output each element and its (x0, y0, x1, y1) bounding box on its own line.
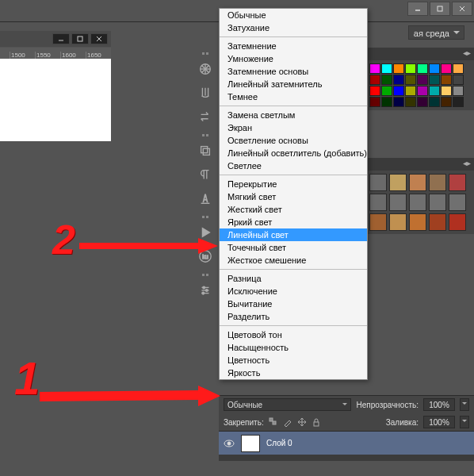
swatch[interactable] (381, 63, 392, 74)
blend-mode-dropdown[interactable]: Обычные (224, 398, 351, 411)
lock-all-icon[interactable] (312, 417, 321, 427)
swatch[interactable] (417, 63, 428, 74)
swatch[interactable] (441, 97, 452, 107)
layer-thumbnail[interactable] (241, 435, 260, 452)
blend-mode-item[interactable]: Светлее (220, 159, 367, 172)
swap-icon[interactable] (194, 106, 216, 128)
doc-close-button[interactable] (90, 33, 108, 44)
panel-tabstrip[interactable]: ◂▸ (366, 48, 474, 60)
swatch[interactable] (453, 63, 464, 74)
panel-collapse-icon[interactable]: ◂▸ (460, 158, 474, 168)
document-titlebar[interactable] (0, 31, 111, 47)
minimize-button[interactable] (407, 2, 428, 16)
style-swatch[interactable] (389, 194, 407, 211)
lock-transparent-icon[interactable] (269, 417, 278, 427)
doc-minimize-button[interactable] (52, 33, 70, 44)
swatch[interactable] (429, 86, 440, 96)
brushes-icon[interactable] (194, 82, 216, 104)
blend-mode-item[interactable]: Затухание (220, 21, 367, 34)
blend-mode-item[interactable]: Исключение (220, 285, 367, 298)
style-swatch[interactable] (369, 194, 387, 211)
blend-mode-item[interactable]: Линейный свет (220, 228, 367, 241)
swatch[interactable] (429, 97, 440, 107)
panel-grip[interactable] (193, 272, 218, 278)
blend-mode-item[interactable]: Затемнение (220, 40, 367, 52)
lock-move-icon[interactable] (297, 417, 307, 427)
blend-mode-item[interactable]: Яркий свет (220, 216, 367, 228)
swatch[interactable] (393, 86, 404, 96)
swatch[interactable] (453, 86, 464, 96)
styles-panel[interactable] (366, 171, 474, 234)
blend-mode-item[interactable]: Жесткий свет (220, 203, 367, 216)
blend-mode-item[interactable]: Линейный осветлитель (добавить) (220, 147, 367, 159)
blend-mode-item[interactable]: Темнее (220, 90, 367, 103)
blend-mode-item[interactable]: Цветность (220, 354, 367, 367)
swatch[interactable] (429, 75, 440, 85)
swatch[interactable] (405, 75, 416, 85)
layer-name[interactable]: Слой 0 (266, 439, 292, 447)
blend-mode-item[interactable]: Насыщенность (220, 341, 367, 354)
swatch[interactable] (441, 75, 452, 85)
swatch[interactable] (417, 97, 428, 107)
style-swatch[interactable] (409, 213, 426, 231)
swatch[interactable] (429, 63, 440, 74)
opacity-value[interactable]: 100% (423, 398, 455, 411)
style-swatch[interactable] (389, 174, 407, 191)
style-swatch[interactable] (429, 213, 446, 231)
swatch[interactable] (417, 75, 428, 85)
blend-mode-item[interactable]: Точечный свет (220, 241, 367, 254)
swatch[interactable] (393, 97, 404, 107)
style-swatch[interactable] (429, 194, 446, 211)
swatches-panel[interactable] (366, 60, 474, 110)
swatch[interactable] (405, 86, 416, 96)
blend-mode-item[interactable]: Экран (220, 121, 367, 134)
style-swatch[interactable] (369, 174, 387, 191)
blend-mode-item[interactable]: Вычитание (220, 298, 367, 310)
panel-tabstrip[interactable]: ◂▸ (366, 158, 474, 171)
blend-mode-menu[interactable]: ОбычныеЗатуханиеЗатемнениеУмножениеЗатем… (219, 8, 368, 380)
style-swatch[interactable] (449, 174, 466, 191)
style-swatch[interactable] (409, 174, 426, 191)
swatch[interactable] (381, 97, 392, 107)
panel-grip[interactable] (193, 214, 218, 220)
swatch[interactable] (441, 63, 452, 74)
swatch[interactable] (369, 97, 380, 107)
blend-mode-item[interactable]: Затемнение основы (220, 65, 367, 78)
visibility-toggle[interactable] (224, 438, 235, 449)
style-swatch[interactable] (369, 213, 387, 231)
environment-dropdown[interactable]: ая среда (408, 25, 464, 40)
blend-mode-item[interactable]: Линейный затемнитель (220, 78, 367, 90)
opacity-stepper[interactable] (460, 398, 469, 411)
style-swatch[interactable] (389, 213, 407, 231)
swatch[interactable] (369, 75, 380, 85)
blend-mode-item[interactable]: Цветовой тон (220, 328, 367, 341)
swatch[interactable] (441, 86, 452, 96)
character-icon[interactable] (194, 187, 216, 209)
style-swatch[interactable] (429, 174, 446, 191)
doc-maximize-button[interactable] (71, 33, 89, 44)
style-swatch[interactable] (449, 213, 466, 231)
blend-mode-item[interactable]: Осветление основы (220, 134, 367, 147)
layer-row[interactable]: Слой 0 (219, 431, 474, 455)
blend-mode-item[interactable]: Умножение (220, 52, 367, 65)
blend-mode-item[interactable]: Яркость (220, 367, 367, 379)
fill-value[interactable]: 100% (423, 416, 455, 428)
paragraph-icon[interactable] (194, 163, 216, 186)
swatch[interactable] (417, 86, 428, 96)
blend-mode-item[interactable]: Мягкий свет (220, 190, 367, 203)
swatch[interactable] (405, 63, 416, 74)
blend-mode-item[interactable]: Замена светлым (220, 109, 367, 121)
wheel-icon[interactable] (194, 58, 216, 80)
style-swatch[interactable] (409, 194, 426, 211)
close-button[interactable] (452, 2, 472, 16)
adjust-icon[interactable] (194, 279, 216, 301)
fill-stepper[interactable] (460, 416, 469, 428)
swatch[interactable] (381, 86, 392, 96)
swatch[interactable] (381, 75, 392, 85)
blend-mode-item[interactable]: Разделить (220, 310, 367, 323)
swatch[interactable] (393, 75, 404, 85)
blend-mode-item[interactable]: Жесткое смешение (220, 254, 367, 267)
document-canvas[interactable] (0, 59, 111, 141)
swatch[interactable] (369, 86, 380, 96)
layers-icon[interactable] (194, 140, 216, 162)
